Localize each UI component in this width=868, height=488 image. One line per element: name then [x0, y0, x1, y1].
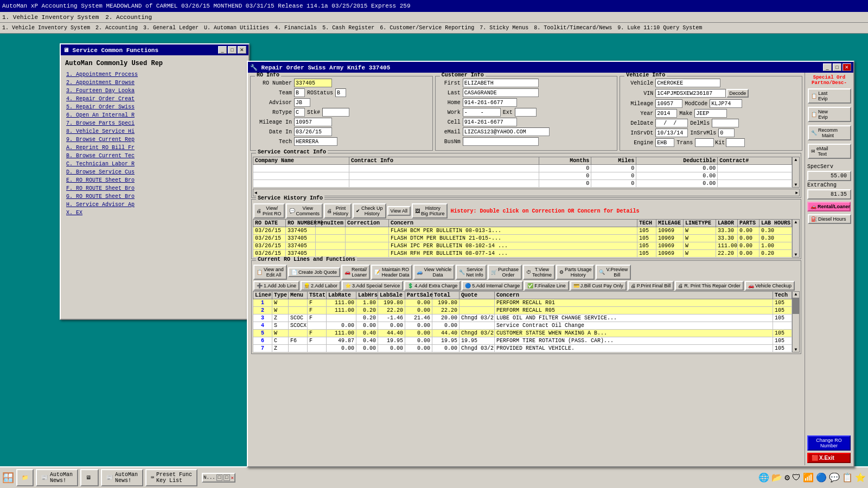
- history-scroll-up[interactable]: ▲: [795, 220, 797, 224]
- history-scroll-down[interactable]: ▼: [795, 252, 797, 257]
- ro-number-input[interactable]: [294, 79, 332, 87]
- scf-item-3[interactable]: 3. Fourteen Day Looka: [65, 87, 244, 95]
- customer-last-input[interactable]: [463, 88, 539, 97]
- email-text-btn[interactable]: ✉ eMailText: [808, 144, 851, 159]
- sc-scroll-up[interactable]: ▲: [795, 157, 797, 162]
- customer-first-input[interactable]: [463, 79, 539, 87]
- x-exit-btn[interactable]: 🟥 X.Exit: [807, 453, 851, 463]
- parts-usage-history-btn[interactable]: ⚙ Parts UsageHistory: [556, 265, 595, 280]
- scf-close-btn[interactable]: ✕: [238, 46, 246, 54]
- table-row[interactable]: 6 C F6 F 49.87 0.40 19.95 0.00 19.95 1: [253, 337, 792, 345]
- customer-cell-input[interactable]: [463, 118, 517, 126]
- taskbar-monitor[interactable]: 🖥: [80, 469, 99, 486]
- shield-icon[interactable]: 🛡: [792, 473, 801, 483]
- ro-lines-scrollbar[interactable]: ▲ ▼: [792, 291, 800, 352]
- vehicle-delmls-input[interactable]: [712, 119, 739, 127]
- print-history-btn[interactable]: 🖨 PrintHistory: [324, 203, 352, 219]
- scf-item-8[interactable]: 8. Vehicle Service Hi: [65, 127, 244, 136]
- scf-item-9[interactable]: 9. Browse Current Rep: [65, 136, 244, 144]
- chat-icon[interactable]: 💬: [829, 472, 840, 483]
- table-row[interactable]: 03/26/15 337405 FLASH BCM PER BULLETIN 0…: [253, 227, 792, 235]
- scf-item-7[interactable]: 7. Browse Parts Speci: [65, 119, 244, 127]
- gear-icon[interactable]: ⚙: [784, 472, 790, 483]
- table-row[interactable]: 03/26/15 337405 FLASH IPC PER BULLETIN 0…: [253, 242, 792, 250]
- customer-work-input[interactable]: [463, 108, 501, 117]
- task-icon[interactable]: 📋: [842, 472, 853, 483]
- start-btn[interactable]: 🪟: [2, 472, 14, 484]
- ro-datein-input[interactable]: [294, 127, 332, 136]
- scf-maximize-btn[interactable]: □: [228, 46, 237, 54]
- scf-item-2[interactable]: 2. Appointment Browse: [65, 79, 244, 87]
- ro-rostatus-input[interactable]: [335, 88, 346, 97]
- ro-tech-input[interactable]: [294, 137, 337, 146]
- vehicle-kit-input[interactable]: [726, 138, 745, 147]
- vehicle-checkup-btn[interactable]: 🚗 Vehicle Checkup: [745, 281, 795, 291]
- table-row[interactable]: 3 Z SCOC F 0.20 -1.46 21.46 20.00 Chn: [253, 314, 792, 322]
- vehicle-year-input[interactable]: [655, 109, 677, 118]
- scf-item-5[interactable]: 5. Repair Order Swiss: [65, 103, 244, 111]
- scf-item-c[interactable]: C. Technician Labor R: [65, 160, 244, 168]
- table-row[interactable]: 2 W F 111.00 0.20 22.20 0.00 22.20: [253, 307, 792, 314]
- ro-mileage-input[interactable]: [294, 118, 332, 126]
- add-internal-charge-btn[interactable]: 🔵 5.Add Internal Charge: [462, 281, 523, 291]
- change-ro-number-btn[interactable]: Change RO Number: [807, 435, 851, 451]
- create-job-quote-btn[interactable]: 📄 Create Job Quote: [288, 267, 340, 277]
- sc-scrollbar[interactable]: ▲ ▼: [792, 157, 800, 188]
- finalize-line-btn[interactable]: ✅ F.Finalize Line: [524, 281, 569, 291]
- diesel-hours-btn[interactable]: ⛽ Diesel Hours: [808, 214, 851, 224]
- taskbar-mini-box2[interactable]: □: [224, 474, 229, 481]
- ro-maximize-btn[interactable]: □: [833, 63, 841, 71]
- vehicle-modcode-input[interactable]: [710, 99, 742, 108]
- star-icon[interactable]: ⭐: [855, 472, 866, 483]
- rental-loaner-btn[interactable]: 🚗 Rental/Loaner: [341, 265, 371, 280]
- scf-item-6[interactable]: 6. Open An Internal R: [65, 111, 244, 119]
- view-vehicle-data-btn[interactable]: 🚙 View VehicleData: [413, 265, 455, 280]
- vehicle-insrvmls-input[interactable]: [718, 129, 735, 137]
- menu1-sticky-menus[interactable]: 7. Sticky Menus: [480, 25, 528, 31]
- sc-scroll-right[interactable]: ►: [795, 190, 798, 195]
- taskbar-file-browser[interactable]: 📁: [16, 469, 34, 486]
- view-comments-btn[interactable]: 💬 ViewComments: [286, 203, 323, 219]
- browser-icon[interactable]: 🌐: [758, 472, 769, 483]
- history-scrollbar[interactable]: ▲ ▼: [792, 219, 800, 258]
- ro-minimize-btn[interactable]: _: [823, 63, 832, 71]
- t-view-techtime-btn[interactable]: ⏱ T.ViewTechtime: [523, 265, 555, 280]
- ro-stknum-input[interactable]: [322, 108, 349, 117]
- rental-loaner-sidebar-btn[interactable]: 🚗 Rental/Loaner: [807, 202, 851, 211]
- taskbar-automan-news-1[interactable]: 📰 AutoManNews!: [36, 469, 78, 486]
- vehicle-make-input[interactable]: [694, 109, 727, 118]
- ro-team-input[interactable]: [294, 88, 305, 97]
- table-row[interactable]: 7 Z 0.00 0.00 0.00 0.00 0.00 Chngd 0: [253, 345, 792, 352]
- customer-email-input[interactable]: [463, 127, 550, 136]
- maintain-ro-header-btn[interactable]: 📝 Maintain ROHeader Data: [371, 265, 412, 280]
- j-bill-cust-btn[interactable]: 💳 J.Bill Cust Pay Only: [570, 281, 627, 291]
- ro-rotype-input[interactable]: [294, 108, 305, 117]
- view-print-ro-btn[interactable]: 🖨 View/Print RO: [253, 203, 285, 219]
- add-extra-charge-btn[interactable]: 💲 4.Add Extra Charge: [404, 281, 461, 291]
- taskbar-preset-func[interactable]: ⌨ Preset FuncKey List: [145, 469, 197, 486]
- taskbar-mini-box1[interactable]: □: [216, 474, 222, 481]
- scf-item-d[interactable]: D. Browse Service Cus: [65, 168, 244, 176]
- teamviewer-icon[interactable]: 🔵: [816, 472, 827, 483]
- menu1-financials[interactable]: 4. Financials: [275, 25, 317, 31]
- scf-item-1[interactable]: 1. Appointment Process: [65, 70, 244, 79]
- table-row[interactable]: 03/26/15 337405 FLASH DTCM PER BULLETIN …: [253, 235, 792, 242]
- customer-busnm-input[interactable]: [463, 137, 539, 146]
- menu1-customer-reporting[interactable]: 6. Customer/Service Reporting: [380, 25, 474, 31]
- vehicle-name-input[interactable]: [655, 79, 720, 87]
- view-all-btn[interactable]: View All: [387, 206, 411, 216]
- menu-accounting[interactable]: 2. Accounting: [105, 14, 152, 21]
- menu1-luke[interactable]: 9. Luke 11:10 Query System: [617, 25, 702, 31]
- menu1-general-ledger[interactable]: 3. General Ledger: [143, 25, 199, 31]
- menu1-toolkit[interactable]: 8. Toolkit/Timecard/News: [534, 25, 612, 31]
- table-row[interactable]: 5 W F 111.00 0.40 44.40 0.00 44.40 Ch: [253, 330, 792, 337]
- taskbar-mini-close[interactable]: ✕: [231, 475, 234, 481]
- vehicle-vin-input[interactable]: [655, 89, 726, 98]
- add-special-service-btn[interactable]: ⭐ 3.Add Special Service: [342, 281, 403, 291]
- network-icon[interactable]: 📶: [803, 472, 814, 483]
- menu1-automan-utils[interactable]: U. Automan Utilities: [204, 25, 269, 31]
- sc-scroll-left[interactable]: ◄: [254, 190, 257, 195]
- p-print-final-bill-btn[interactable]: 🖨 P.Print Final Bill: [628, 281, 674, 291]
- taskbar-n-btn[interactable]: N...: [203, 475, 215, 480]
- scf-item-b[interactable]: B. Browse Current Tec: [65, 152, 244, 160]
